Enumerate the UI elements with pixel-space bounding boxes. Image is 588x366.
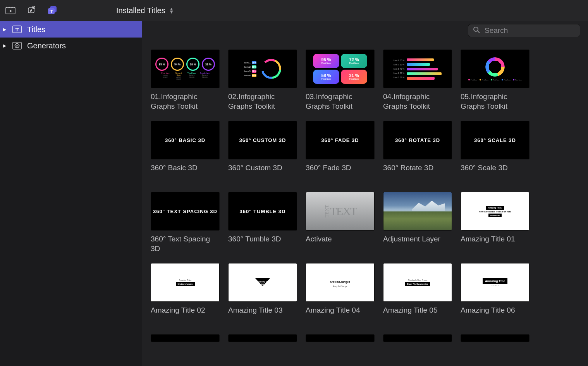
titles-browser-icon[interactable]: T <box>42 0 63 21</box>
disclosure-triangle-icon[interactable]: ▶ <box>2 43 7 48</box>
search-input[interactable] <box>484 26 577 35</box>
svg-point-4 <box>33 7 34 8</box>
sidebar-item-titles[interactable]: ▶ T Titles <box>0 21 142 38</box>
category-dropdown[interactable]: Installed Titles ▲▼ <box>116 6 174 15</box>
title-tile[interactable]: TEXTTEXTActivate <box>306 192 375 254</box>
sidebar-item-generators[interactable]: ▶ 2 Generators <box>0 38 142 54</box>
tile-label: 05.Infographic Graphs Toolkit <box>461 92 530 111</box>
tile-label: 01.Infographic Graphs Toolkit <box>151 92 220 111</box>
svg-point-13 <box>474 27 478 31</box>
title-tile[interactable]: Amazing Title Just Use ItAmazing Title 0… <box>461 263 530 325</box>
toolbar: T Installed Titles ▲▼ <box>0 0 588 21</box>
sidebar-item-label: Generators <box>27 41 66 50</box>
title-tile[interactable]: 360° FADE 3D360° Fade 3D <box>306 121 375 183</box>
title-tile[interactable]: 85 %54 %68 %33 % First ItemLorem ipsumSe… <box>151 50 220 111</box>
disclosure-triangle-icon[interactable]: ▶ <box>2 27 7 32</box>
title-tile[interactable] <box>228 334 297 342</box>
tile-label: 360° Tumble 3D <box>228 234 297 254</box>
tile-label: Amazing Title 01 <box>461 234 530 254</box>
titles-grid-scroll[interactable]: 85 %54 %68 %33 % First ItemLorem ipsumSe… <box>142 40 588 366</box>
title-tile[interactable]: Just Try To UseMotionJungleItemsAmazing … <box>228 263 297 325</box>
sidebar: ▶ T Titles ▶ 2 Generators <box>0 21 142 366</box>
tile-label: 02.Infographic Graphs Toolkit <box>228 92 297 111</box>
sidebar-item-label: Titles <box>27 25 45 34</box>
tile-label: Amazing Title 05 <box>383 306 452 325</box>
tile-label: Activate <box>306 234 375 254</box>
title-tile[interactable] <box>151 334 220 342</box>
tile-label: Adjustment Layer <box>383 234 452 254</box>
title-tile[interactable]: Item 1 35 %Item 2 30 %Item 3 40 %Item 4 … <box>383 50 452 111</box>
title-tile[interactable]: 360° BASIC 3D360° Basic 3D <box>151 121 220 183</box>
title-tile[interactable]: Item 173 %Item 265 %Item 359 %Item 449 %… <box>228 50 297 111</box>
tile-label: 03.Infographic Graphs Toolkit <box>306 92 375 111</box>
content-area: 85 %54 %68 %33 % First ItemLorem ipsumSe… <box>142 21 588 366</box>
tile-label: 04.Infographic Graphs Toolkit <box>383 92 452 111</box>
tile-label: Amazing Title 04 <box>306 306 375 325</box>
tile-label: Amazing Title 06 <box>461 306 530 325</box>
tile-label: 360° Text Spacing 3D <box>151 234 220 254</box>
tile-label: 360° Fade 3D <box>306 163 375 183</box>
title-tile[interactable]: 360° TUMBLE 3D360° Tumble 3D <box>228 192 297 254</box>
title-tile[interactable] <box>461 334 530 342</box>
generators-category-icon: 2 <box>12 41 22 50</box>
title-tile[interactable]: Amazing Titles MotionJungleAmazing Title… <box>151 263 220 325</box>
category-dropdown-label: Installed Titles <box>116 6 165 15</box>
svg-text:2: 2 <box>16 44 18 48</box>
title-tile[interactable]: Amazing Titles. New Awesome Titles For Y… <box>461 192 530 254</box>
svg-text:T: T <box>15 27 19 32</box>
content-header <box>142 21 588 40</box>
title-tile[interactable]: Absolutely New Preset Easy To CustomizeA… <box>383 263 452 325</box>
title-tile[interactable]: Adjustment Layer <box>383 192 452 254</box>
title-tile[interactable]: 360° SCALE 3D360° Scale 3D <box>461 121 530 183</box>
audio-browser-icon[interactable] <box>21 0 42 21</box>
tile-label: Amazing Title 03 <box>228 306 297 325</box>
tile-label: 360° Basic 3D <box>151 163 220 183</box>
svg-line-14 <box>478 31 480 33</box>
tile-label: Amazing Title 02 <box>151 306 220 325</box>
tile-label: 360° Custom 3D <box>228 163 297 183</box>
title-tile[interactable] <box>306 334 375 342</box>
title-tile[interactable]: 360° TEXT SPACING 3D360° Text Spacing 3D <box>151 192 220 254</box>
svg-marker-1 <box>10 10 12 12</box>
title-tile[interactable]: MotionJungle Easy To ChangeAmazing Title… <box>306 263 375 325</box>
svg-text:T: T <box>50 9 53 14</box>
titles-category-icon: T <box>12 25 22 34</box>
titles-grid: 85 %54 %68 %33 % First ItemLorem ipsumSe… <box>151 50 582 342</box>
tile-label: 360° Rotate 3D <box>383 163 452 183</box>
title-tile[interactable]: First ItemFirst ItemFirst ItemFirst Item… <box>461 50 530 111</box>
title-tile[interactable]: 360° CUSTOM 3D360° Custom 3D <box>228 121 297 183</box>
title-tile[interactable]: 360° ROTATE 3D360° Rotate 3D <box>383 121 452 183</box>
title-tile[interactable] <box>383 334 452 342</box>
search-box[interactable] <box>468 24 580 37</box>
dropdown-arrows-icon: ▲▼ <box>169 7 174 14</box>
media-browser-icon[interactable] <box>0 0 21 21</box>
search-icon <box>473 26 480 35</box>
tile-label: 360° Scale 3D <box>461 163 530 183</box>
title-tile[interactable]: 95 %First Item72 %First Item58 %First It… <box>306 50 375 111</box>
